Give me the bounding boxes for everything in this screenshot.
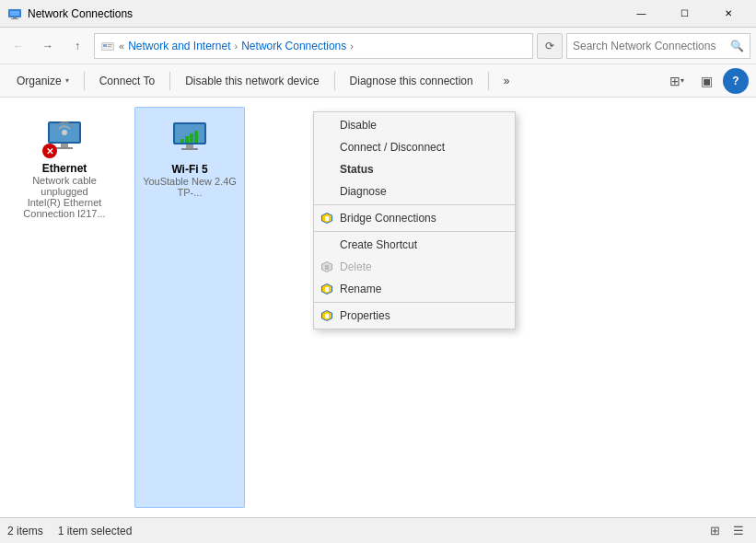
ctx-create-shortcut-label: Create Shortcut <box>340 238 417 251</box>
status-details-view[interactable]: ⊞ <box>704 521 725 541</box>
breadcrumb-network-connections[interactable]: Network Connections <box>241 40 346 52</box>
svg-rect-11 <box>61 144 68 147</box>
svg-rect-1 <box>10 11 19 16</box>
breadcrumb-separator1: « <box>119 40 124 52</box>
close-button[interactable]: ✕ <box>707 0 749 28</box>
svg-rect-19 <box>185 136 189 143</box>
status-view-controls: ⊞ ☰ <box>704 521 749 541</box>
ctx-connect-disconnect-label: Connect / Disconnect <box>340 141 445 154</box>
status-list-view[interactable]: ☰ <box>728 521 749 541</box>
ctx-status-label: Status <box>340 163 374 176</box>
ctx-delete-label: Delete <box>340 260 372 273</box>
wifi5-name: Wi-Fi 5 <box>171 163 207 176</box>
svg-rect-2 <box>13 17 17 18</box>
refresh-button[interactable]: ⟳ <box>537 33 563 59</box>
breadcrumb-network-internet[interactable]: Network and Internet <box>128 40 230 52</box>
svg-point-13 <box>62 130 67 135</box>
ctx-diagnose-label: Diagnose <box>340 185 387 198</box>
svg-rect-17 <box>181 148 198 150</box>
address-bar: ← → ↑ « Network and Internet › Network C… <box>0 28 756 64</box>
maximize-button[interactable]: ☐ <box>664 0 705 28</box>
preview-pane-button[interactable]: ▣ <box>693 68 719 94</box>
up-button[interactable]: ↑ <box>64 33 90 59</box>
ctx-create-shortcut[interactable]: Create Shortcut <box>314 234 515 256</box>
ctx-separator3 <box>314 302 515 303</box>
help-button[interactable]: ? <box>723 68 749 94</box>
svg-rect-30 <box>325 287 329 292</box>
error-badge: ✕ <box>42 144 57 158</box>
diagnose-button[interactable]: Diagnose this connection <box>341 68 483 94</box>
wifi5-detail: TP-... <box>178 187 203 198</box>
item-count: 2 items <box>7 525 43 537</box>
title-bar: Network Connections — ☐ ✕ <box>0 0 756 28</box>
more-button[interactable]: » <box>494 68 519 94</box>
breadcrumb-arrow1: › <box>235 40 238 52</box>
ethernet-item[interactable]: ✕ Ethernet Network cable unplugged Intel… <box>9 107 120 508</box>
ethernet-status: Network cable unplugged <box>17 175 112 197</box>
ctx-connect-disconnect[interactable]: Connect / Disconnect <box>314 136 515 158</box>
ctx-bridge-connections[interactable]: Bridge Connections <box>314 207 515 229</box>
selected-count: 1 item selected <box>58 525 133 537</box>
shield-icon-rename <box>320 282 334 296</box>
svg-rect-21 <box>194 131 198 143</box>
toolbar-right: ⊞ ▾ ▣ ? <box>664 68 749 94</box>
toolbar-divider4 <box>488 72 489 90</box>
ctx-status[interactable]: Status <box>314 158 515 180</box>
ctx-bridge-label: Bridge Connections <box>340 212 436 225</box>
search-icon[interactable]: 🔍 <box>730 40 744 52</box>
svg-rect-20 <box>190 133 193 143</box>
ctx-disable[interactable]: Disable <box>314 114 515 136</box>
svg-rect-24 <box>325 216 329 221</box>
disable-network-button[interactable]: Disable this network device <box>176 68 328 94</box>
wifi5-icon-area <box>168 115 212 159</box>
window-controls: — ☐ ✕ <box>621 0 749 28</box>
forward-button[interactable]: → <box>35 33 61 59</box>
connect-to-button[interactable]: Connect To <box>90 68 165 94</box>
svg-rect-6 <box>103 44 107 47</box>
toolbar: Organize ▾ Connect To Disable this netwo… <box>0 64 756 98</box>
toolbar-divider3 <box>334 72 335 90</box>
svg-rect-8 <box>108 46 111 47</box>
organize-dropdown-arrow: ▾ <box>65 76 69 85</box>
organize-label: Organize <box>17 75 62 87</box>
path-icon <box>100 39 115 53</box>
window-title: Network Connections <box>28 7 621 20</box>
toolbar-divider2 <box>169 72 170 90</box>
breadcrumb-arrow2: › <box>350 40 354 52</box>
svg-rect-7 <box>108 44 112 45</box>
toolbar-divider1 <box>84 72 85 90</box>
view-grid-icon: ⊞ <box>669 74 680 88</box>
wifi5-item[interactable]: Wi-Fi 5 YouStable New 2.4G TP-... <box>134 107 245 508</box>
ctx-rename-label: Rename <box>340 283 381 295</box>
status-bar: 2 items 1 item selected ⊞ ☰ <box>0 517 756 543</box>
back-button[interactable]: ← <box>6 33 31 59</box>
ethernet-name: Ethernet <box>42 162 87 175</box>
preview-pane-icon: ▣ <box>701 74 713 88</box>
ctx-diagnose[interactable]: Diagnose <box>314 180 515 202</box>
ctx-delete: Delete <box>314 256 515 278</box>
minimize-button[interactable]: — <box>621 0 662 28</box>
shield-icon-bridge <box>320 211 334 225</box>
context-menu: Disable Connect / Disconnect Status Diag… <box>313 111 516 329</box>
ctx-properties[interactable]: Properties <box>314 305 515 327</box>
ctx-separator2 <box>314 231 515 232</box>
organize-button[interactable]: Organize ▾ <box>7 68 78 94</box>
ethernet-icon-area: ✕ <box>42 114 87 158</box>
shield-icon-delete <box>320 260 334 274</box>
shield-icon-properties <box>320 308 334 323</box>
search-input[interactable] <box>573 40 727 52</box>
ctx-disable-label: Disable <box>340 119 377 132</box>
app-icon <box>7 6 22 21</box>
ctx-rename[interactable]: Rename <box>314 278 515 300</box>
svg-rect-27 <box>325 265 329 270</box>
view-dropdown-arrow: ▾ <box>680 76 684 85</box>
svg-rect-16 <box>186 144 193 148</box>
svg-rect-3 <box>11 18 18 19</box>
wifi5-status: YouStable New 2.4G <box>143 176 237 187</box>
ctx-properties-label: Properties <box>340 309 390 322</box>
content-area: ✕ Ethernet Network cable unplugged Intel… <box>0 98 756 517</box>
address-path: « Network and Internet › Network Connect… <box>94 33 533 59</box>
svg-rect-18 <box>180 139 184 143</box>
ctx-separator1 <box>314 204 515 205</box>
view-mode-dropdown[interactable]: ⊞ ▾ <box>664 68 690 94</box>
